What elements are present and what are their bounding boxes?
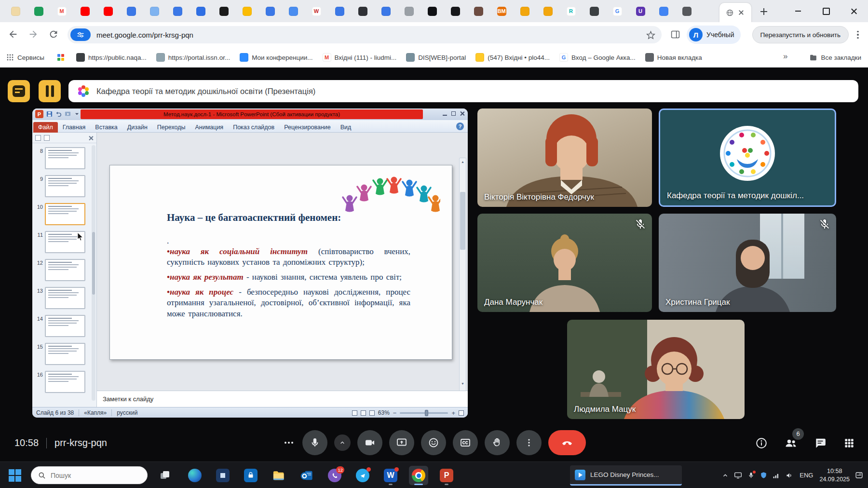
window-close-button[interactable] — [840, 0, 868, 22]
network-signal-tray-icon[interactable] — [773, 472, 780, 479]
display-tray-icon[interactable] — [734, 471, 742, 479]
bookmark-item[interactable]: M Вхідні (111) - liudmi... — [323, 53, 397, 62]
browser-tab[interactable] — [444, 3, 467, 19]
security-shield-tray-icon[interactable] — [760, 472, 767, 479]
browser-tab[interactable]: W — [305, 3, 328, 19]
browser-tab[interactable] — [143, 3, 166, 19]
browser-tab[interactable] — [258, 3, 282, 19]
taskbar-edge[interactable] — [185, 466, 204, 485]
taskbar-telegram[interactable] — [353, 466, 372, 485]
taskbar-clock[interactable]: 10:58 24.09.2025 — [819, 467, 850, 483]
present-screen-button[interactable] — [389, 430, 414, 455]
browser-tab[interactable] — [397, 3, 420, 19]
bookmark-item[interactable]: Мои конференции... — [240, 53, 312, 62]
browser-tab[interactable]: G — [606, 3, 629, 19]
bookmark-item[interactable]: https://public.naqa... — [76, 53, 147, 62]
notification-center-button[interactable] — [855, 471, 863, 479]
people-panel-button[interactable]: 6 — [784, 436, 798, 450]
side-panel-button[interactable] — [670, 29, 680, 40]
end-call-button[interactable] — [548, 430, 586, 455]
browser-tab[interactable] — [282, 3, 305, 19]
participant-tile-liudmyla[interactable]: Людмила Мацук — [567, 320, 745, 419]
browser-tab[interactable] — [166, 3, 189, 19]
browser-tab[interactable] — [235, 3, 258, 19]
bookmark-star-icon[interactable] — [646, 30, 656, 40]
taskbar-chrome-active[interactable] — [409, 466, 428, 485]
raise-hand-button[interactable] — [485, 430, 510, 455]
taskbar-running-window[interactable]: LEGO Disney Princes... — [570, 465, 682, 486]
participant-tile-khrystyna[interactable]: Христина Грицак — [659, 214, 836, 312]
participant-tile-viktoriia[interactable]: Вікторія Вікторівна Федорчук — [477, 108, 652, 207]
tab-close-icon[interactable] — [737, 9, 745, 16]
pinned-shortcut-button-2[interactable] — [39, 80, 61, 102]
reload-button[interactable] — [48, 29, 59, 40]
more-options-dots-button[interactable] — [282, 430, 296, 455]
browser-tab[interactable] — [420, 3, 444, 19]
participant-tile-kafedra-active-speaker[interactable]: Кафедра теорії та методик дошкіл... — [659, 108, 836, 207]
forward-button[interactable] — [28, 29, 39, 40]
browser-tab[interactable] — [120, 3, 143, 19]
more-call-options-button[interactable] — [516, 430, 542, 455]
browser-menu-button[interactable] — [854, 29, 862, 41]
taskbar-powerpoint[interactable]: P — [437, 466, 456, 485]
browser-tab[interactable] — [189, 3, 212, 19]
taskbar-file-explorer[interactable] — [269, 466, 288, 485]
window-maximize-button[interactable] — [812, 0, 840, 22]
window-minimize-button[interactable] — [784, 0, 812, 22]
camera-button[interactable] — [357, 430, 382, 455]
pinned-shortcut-button-1[interactable] — [8, 80, 30, 102]
participant-tile-dana[interactable]: Дана Марунчак — [477, 214, 652, 312]
browser-tab[interactable] — [675, 3, 698, 19]
browser-tab[interactable] — [583, 3, 606, 19]
browser-tab[interactable] — [96, 3, 120, 19]
bookmarks-overflow-chevron[interactable]: » — [783, 52, 787, 61]
active-tab[interactable] — [719, 3, 751, 22]
bookmark-item[interactable]: https://portal.issn.or... — [156, 53, 230, 62]
presentation-tile[interactable]: P Метод.наук.досл-1 - Microsoft PowerPoi… — [32, 108, 468, 418]
activities-button[interactable] — [843, 437, 855, 449]
task-view-button[interactable] — [159, 470, 171, 481]
browser-tab[interactable]: R — [559, 3, 583, 19]
meeting-details-button[interactable] — [755, 437, 768, 449]
browser-tab[interactable] — [4, 3, 27, 19]
device-options-chevron-button[interactable] — [334, 434, 351, 451]
browser-tab[interactable]: M — [50, 3, 73, 19]
back-button[interactable] — [8, 29, 18, 40]
hidden-icons-chevron[interactable] — [722, 472, 729, 479]
site-info-chip[interactable] — [70, 28, 91, 41]
taskbar-search[interactable] — [31, 466, 148, 484]
browser-tab[interactable] — [27, 3, 50, 19]
browser-tab[interactable] — [467, 3, 490, 19]
bookmark-item[interactable]: Новая вкладка — [645, 53, 702, 62]
volume-tray-icon[interactable] — [786, 472, 793, 479]
services-menu[interactable]: Сервисы — [7, 47, 44, 68]
bookmark-item[interactable]: G Вход – Google Акка... — [559, 53, 636, 62]
microphone-tray-icon[interactable] — [747, 472, 755, 479]
microphone-button[interactable] — [302, 430, 327, 455]
browser-tab[interactable] — [73, 3, 96, 19]
taskbar-outlook[interactable] — [297, 466, 316, 485]
taskbar-word[interactable]: W — [381, 466, 400, 485]
url-text[interactable]: meet.google.com/prr-krsg-pqn — [96, 31, 193, 39]
chrome-update-button[interactable]: Перезапустить и обновить — [752, 26, 849, 43]
reactions-button[interactable] — [421, 430, 446, 455]
profile-chip[interactable]: Л Учебный — [687, 26, 741, 44]
captions-button[interactable] — [453, 430, 478, 455]
bookmark-item[interactable]: (547) Вхідні • plo44... — [475, 53, 550, 62]
new-tab-button[interactable] — [758, 6, 770, 17]
apps-grid-bookmark[interactable] — [57, 54, 65, 61]
url-omnibox[interactable]: meet.google.com/prr-krsg-pqn — [68, 26, 662, 43]
search-input[interactable] — [51, 472, 133, 479]
browser-tab[interactable]: U — [629, 3, 652, 19]
bookmark-item[interactable]: DIS[WEB]-portal — [406, 53, 466, 62]
browser-tab[interactable] — [513, 3, 536, 19]
browser-tab[interactable] — [536, 3, 559, 19]
browser-tab[interactable] — [351, 3, 374, 19]
taskbar-store[interactable] — [241, 466, 260, 485]
start-button[interactable] — [9, 469, 21, 482]
browser-tab[interactable] — [652, 3, 675, 19]
all-bookmarks-button[interactable]: Все закладки — [809, 47, 861, 68]
browser-tab[interactable]: BM — [490, 3, 513, 19]
browser-tab[interactable] — [374, 3, 397, 19]
chat-panel-button[interactable] — [814, 437, 827, 449]
